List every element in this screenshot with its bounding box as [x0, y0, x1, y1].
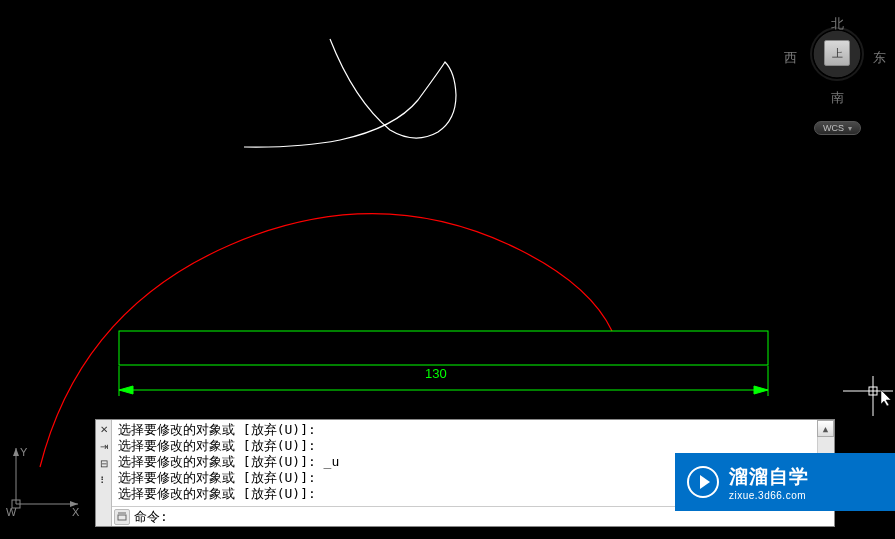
freehand-curve	[244, 39, 456, 147]
command-toolbar: ✕ ⇥ ⊟ ⠇	[96, 420, 112, 526]
mouse-pointer-icon	[879, 388, 895, 408]
compass-north[interactable]: 北	[831, 15, 844, 33]
watermark-banner: 溜溜自学 zixue.3d66.com	[675, 453, 895, 511]
wcs-label: WCS	[823, 123, 844, 133]
compass-south[interactable]: 南	[831, 89, 844, 107]
play-icon	[687, 466, 719, 498]
command-input[interactable]	[168, 509, 834, 524]
view-cube[interactable]: 上 北 南 东 西 WCS	[784, 5, 890, 145]
watermark-title: 溜溜自学	[729, 464, 809, 490]
wcs-dropdown[interactable]: WCS	[814, 121, 861, 135]
svg-marker-3	[119, 386, 133, 394]
command-prompt: 命令:	[132, 508, 168, 526]
green-rect	[119, 331, 768, 365]
crosshair-cursor	[843, 376, 893, 426]
compass-west[interactable]: 西	[784, 49, 797, 67]
history-line: 选择要修改的对象或 [放弃(U)]:	[118, 438, 828, 454]
dimension-text: 130	[425, 366, 447, 381]
history-line: 选择要修改的对象或 [放弃(U)]:	[118, 422, 828, 438]
options-icon[interactable]: ⠇	[97, 473, 111, 487]
compass-east[interactable]: 东	[873, 49, 886, 67]
svg-rect-7	[869, 387, 877, 395]
pin-icon[interactable]: ⊟	[97, 456, 111, 470]
svg-marker-4	[754, 386, 768, 394]
viewcube-top-face[interactable]: 上	[824, 40, 850, 66]
close-icon[interactable]: ✕	[97, 422, 111, 436]
scroll-up-icon[interactable]: ▲	[817, 420, 834, 437]
svg-rect-16	[118, 515, 126, 520]
handle-icon[interactable]: ⇥	[97, 439, 111, 453]
command-line-icon[interactable]	[114, 509, 130, 525]
watermark-url: zixue.3d66.com	[729, 490, 809, 501]
